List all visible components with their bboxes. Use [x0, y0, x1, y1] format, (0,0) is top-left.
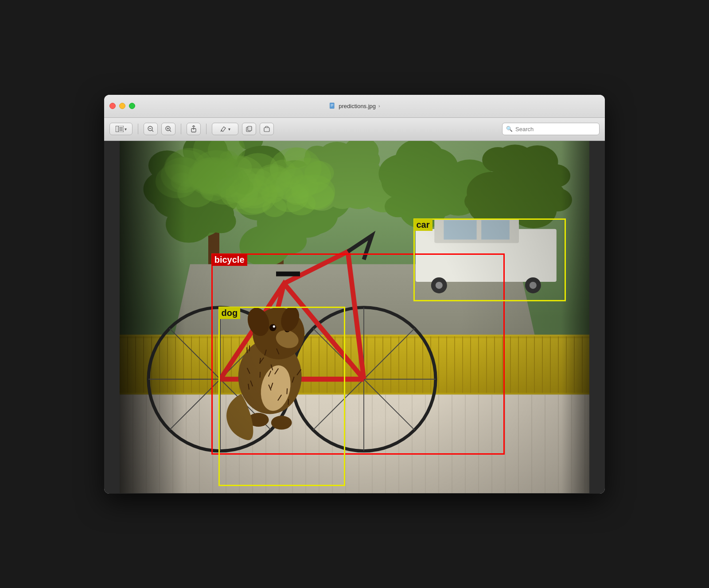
- markup-chevron: ▾: [228, 127, 230, 132]
- separator-2: [181, 124, 181, 134]
- markup-button[interactable]: ▾: [212, 123, 238, 135]
- toolbar: ▾: [104, 118, 605, 141]
- separator-1: [138, 124, 138, 134]
- zoom-out-button[interactable]: [144, 123, 158, 135]
- svg-rect-20: [264, 128, 269, 132]
- sidebar-chevron: ▾: [125, 127, 127, 132]
- search-input[interactable]: [515, 126, 596, 132]
- zoom-in-icon: [165, 126, 171, 132]
- svg-rect-4: [116, 126, 118, 132]
- window-title-area: predictions.jpg ›: [329, 102, 380, 109]
- zoom-out-icon: [148, 126, 154, 132]
- copy-button[interactable]: [242, 123, 256, 135]
- share-button[interactable]: [187, 123, 201, 135]
- main-window: predictions.jpg › ▾: [104, 95, 605, 494]
- window-title: predictions.jpg: [339, 103, 376, 109]
- svg-rect-3: [331, 106, 332, 106]
- svg-line-15: [170, 130, 171, 132]
- svg-rect-19: [248, 126, 252, 131]
- sidebar-toggle-button[interactable]: ▾: [109, 123, 132, 135]
- svg-line-11: [152, 130, 154, 132]
- sidebar-icon: [116, 126, 124, 132]
- markup-icon: [220, 126, 226, 132]
- image-container: bicycle dog car: [104, 141, 605, 494]
- separator-3: [206, 124, 206, 134]
- svg-rect-0: [330, 103, 334, 109]
- share-icon: [191, 125, 197, 132]
- toolbox-icon: [264, 126, 270, 132]
- close-button[interactable]: [109, 103, 116, 109]
- toolbox-button[interactable]: [260, 123, 274, 135]
- svg-rect-1: [331, 104, 333, 105]
- image-wrapper: bicycle dog car: [120, 141, 589, 493]
- svg-rect-2: [331, 105, 333, 105]
- search-bar[interactable]: 🔍: [502, 123, 600, 135]
- titlebar: predictions.jpg ›: [104, 95, 605, 118]
- maximize-button[interactable]: [129, 103, 135, 109]
- zoom-in-button[interactable]: [161, 123, 175, 135]
- title-chevron: ›: [378, 103, 380, 109]
- scene-canvas: [120, 141, 589, 493]
- file-icon: [329, 102, 336, 109]
- copy-icon: [246, 126, 252, 132]
- minimize-button[interactable]: [119, 103, 125, 109]
- traffic-lights: [109, 103, 135, 109]
- search-icon: 🔍: [506, 126, 513, 132]
